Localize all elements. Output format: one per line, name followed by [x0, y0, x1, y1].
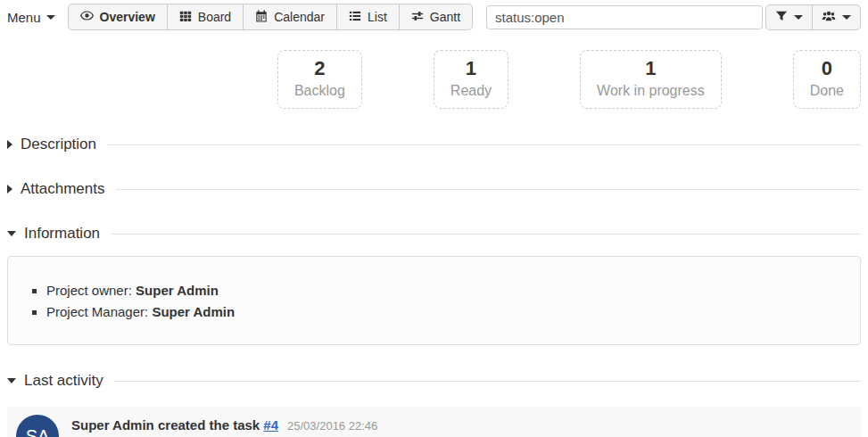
column-stats-row: 2 Backlog 1 Ready 1 Work in progress 0 D…: [7, 50, 861, 109]
avatar: SA: [16, 415, 59, 437]
activity-timestamp: 25/03/2016 22:46: [287, 419, 377, 433]
activity-title: Super Admin created the task: [71, 417, 263, 433]
calendar-icon: [255, 10, 268, 25]
triangle-right-icon: [7, 185, 12, 194]
board-icon: [179, 10, 192, 25]
activity-event: SA Super Admin created the task #425/03/…: [7, 407, 861, 437]
section-rule: [116, 189, 862, 190]
chevron-down-icon: [46, 15, 55, 20]
section-rule: [111, 234, 861, 235]
section-title: Description: [21, 136, 96, 153]
tab-overview[interactable]: Overview: [69, 4, 168, 29]
tab-label: Board: [198, 10, 231, 24]
task-link[interactable]: #4: [263, 417, 278, 433]
section-attachments-header[interactable]: Attachments: [7, 180, 861, 198]
section-title: Information: [24, 225, 100, 243]
tab-board[interactable]: Board: [168, 4, 244, 29]
menu-label: Menu: [7, 10, 41, 25]
filter-icon: [775, 10, 788, 25]
info-label: Project Manager:: [46, 304, 152, 319]
triangle-right-icon: [7, 140, 12, 149]
section-information: Information Project owner: Super Admin P…: [7, 225, 861, 345]
users-icon: [822, 10, 836, 25]
section-last-activity: Last activity SA Super Admin created the…: [7, 372, 861, 437]
information-list: Project owner: Super Admin Project Manag…: [46, 280, 847, 323]
stat-work-in-progress: 1 Work in progress: [580, 50, 722, 109]
section-attachments: Attachments: [7, 180, 861, 198]
list-item: Project Manager: Super Admin: [46, 301, 847, 323]
chevron-down-icon: [794, 15, 803, 20]
stat-ready: 1 Ready: [434, 50, 508, 109]
menu-dropdown[interactable]: Menu: [7, 10, 55, 25]
list-item: Project owner: Super Admin: [46, 280, 847, 301]
stat-count: 1: [451, 56, 492, 81]
users-dropdown-button[interactable]: [813, 5, 860, 29]
stat-count: 1: [597, 56, 705, 81]
activity-title-row: Super Admin created the task #425/03/201…: [71, 415, 852, 437]
section-description: Description: [7, 136, 861, 153]
stat-count: 0: [810, 56, 844, 81]
filter-dropdown-group: [765, 4, 861, 30]
section-title: Last activity: [24, 372, 103, 390]
info-value: Super Admin: [136, 283, 219, 298]
tab-label: Calendar: [274, 10, 325, 24]
stat-label: Backlog: [294, 81, 345, 101]
tab-label: Gantt: [430, 10, 460, 24]
eye-icon: [80, 9, 94, 25]
chevron-down-icon: [842, 15, 851, 20]
list-icon: [349, 10, 361, 25]
section-rule: [114, 381, 861, 382]
stat-done: 0 Done: [793, 50, 861, 109]
section-last-activity-header[interactable]: Last activity: [7, 372, 861, 390]
tab-label: List: [368, 10, 387, 24]
tab-calendar[interactable]: Calendar: [244, 4, 337, 29]
triangle-down-icon: [7, 378, 16, 383]
toolbar: Menu Overview Board Calendar: [7, 0, 861, 30]
information-panel: Project owner: Super Admin Project Manag…: [7, 256, 861, 345]
tab-list[interactable]: List: [337, 4, 400, 29]
project-overview-page: Menu Overview Board Calendar: [0, 0, 868, 437]
search-input[interactable]: [486, 5, 763, 29]
section-rule: [107, 144, 861, 145]
stat-count: 2: [294, 56, 345, 81]
info-label: Project owner:: [46, 283, 136, 298]
gantt-icon: [411, 10, 424, 25]
view-switcher: Overview Board Calendar List: [68, 4, 474, 30]
tab-label: Overview: [100, 10, 155, 24]
stat-label: Work in progress: [597, 81, 705, 101]
tab-gantt[interactable]: Gantt: [400, 4, 472, 29]
activity-content: Super Admin created the task #425/03/201…: [71, 415, 852, 437]
info-value: Super Admin: [152, 304, 235, 319]
section-information-header[interactable]: Information: [7, 225, 861, 243]
filter-dropdown-button[interactable]: [766, 5, 813, 29]
section-title: Attachments: [21, 180, 105, 198]
stat-label: Done: [810, 81, 844, 101]
section-description-header[interactable]: Description: [7, 136, 861, 153]
stat-label: Ready: [451, 81, 492, 101]
stat-backlog: 2 Backlog: [277, 50, 362, 109]
triangle-down-icon: [7, 231, 16, 236]
